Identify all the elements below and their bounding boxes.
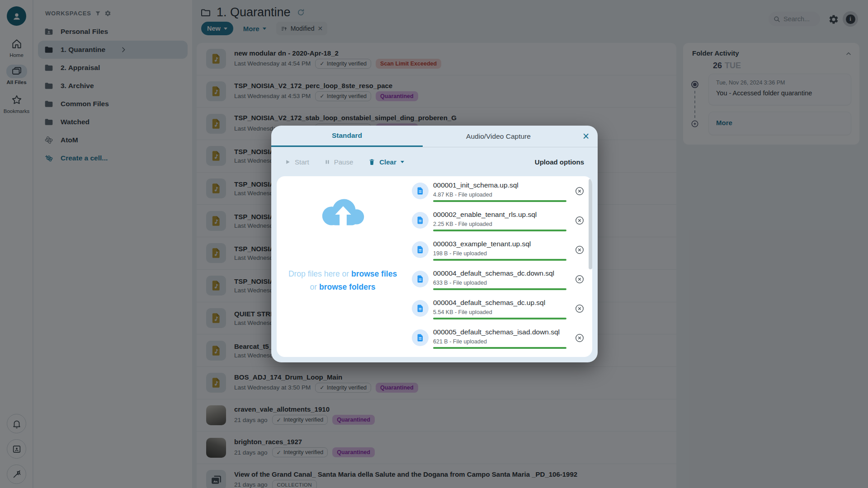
- pause-label: Pause: [334, 158, 354, 166]
- document-glyph: [416, 216, 425, 225]
- upload-toolbar: Start Pause Clear Upload options: [271, 147, 598, 176]
- start-upload-button[interactable]: Start: [285, 158, 309, 166]
- upload-row: 000001_init_schema.up.sql4.87 KB - File …: [409, 178, 589, 208]
- remove-upload-button[interactable]: [575, 245, 585, 255]
- upload-file-name: 000005_default_schemas_isad.down.sql: [433, 328, 560, 336]
- document-icon: [412, 183, 429, 199]
- upload-row: 000002_enable_tenant_rls.up.sql2.25 KB -…: [409, 208, 589, 237]
- upload-row: 000004_default_schemas_dc.up.sql5.54 KB …: [409, 296, 589, 325]
- clear-label: Clear: [379, 158, 396, 166]
- cloud-upload-icon: [316, 195, 370, 231]
- upload-dialog: Standard Audio/Video Capture × Start Pau…: [271, 126, 598, 362]
- start-label: Start: [295, 158, 309, 166]
- upload-options-button[interactable]: Upload options: [535, 158, 584, 166]
- upload-file-name: 000002_enable_tenant_rls.up.sql: [433, 211, 537, 219]
- play-icon: [285, 159, 291, 165]
- upload-status-text: 633 B - File uploaded: [433, 280, 487, 286]
- upload-file-name: 000003_example_tenant.up.sql: [433, 240, 531, 248]
- upload-file-list: 000001_init_schema.up.sql4.87 KB - File …: [409, 178, 589, 355]
- remove-upload-button[interactable]: [575, 216, 585, 225]
- upload-status-text: 5.54 KB - File uploaded: [433, 309, 492, 315]
- drop-zone-text: Drop files here or browse files or brows…: [287, 267, 399, 294]
- upload-progress-bar: [433, 259, 566, 261]
- document-glyph: [416, 333, 425, 342]
- remove-upload-button[interactable]: [575, 274, 585, 284]
- upload-row: 000005_default_schemas_isad.down.sql621 …: [409, 325, 589, 355]
- remove-upload-button[interactable]: [575, 333, 585, 343]
- document-glyph: [416, 245, 425, 254]
- app-root: Home All Files Bookmarks: [0, 0, 868, 488]
- document-glyph: [416, 275, 425, 283]
- upload-status-text: 2.25 KB - File uploaded: [433, 221, 492, 227]
- clear-uploads-button[interactable]: Clear: [368, 158, 404, 166]
- document-icon: [412, 271, 429, 287]
- upload-file-name: 000004_default_schemas_dc.down.sql: [433, 269, 554, 277]
- tab-standard[interactable]: Standard: [271, 126, 423, 147]
- pause-upload-button[interactable]: Pause: [325, 158, 354, 166]
- drop-text: Drop files here or: [288, 269, 351, 278]
- upload-progress-bar: [433, 200, 566, 202]
- or-text: or: [310, 282, 319, 291]
- tab-capture-label: Audio/Video Capture: [466, 132, 531, 141]
- upload-progress-bar: [433, 347, 566, 349]
- document-icon: [412, 241, 429, 258]
- browse-folders-link[interactable]: browse folders: [319, 282, 375, 291]
- tab-standard-label: Standard: [332, 131, 362, 140]
- trash-icon: [368, 158, 375, 165]
- upload-status-text: 621 B - File uploaded: [433, 338, 487, 345]
- upload-status-text: 4.87 KB - File uploaded: [433, 192, 492, 198]
- close-dialog-button[interactable]: ×: [574, 126, 598, 147]
- upload-file-name: 000004_default_schemas_dc.up.sql: [433, 299, 545, 307]
- upload-progress-bar: [433, 230, 566, 231]
- upload-panel: Drop files here or browse files or brows…: [277, 176, 592, 357]
- scrollbar-thumb[interactable]: [589, 179, 592, 269]
- upload-progress-bar: [433, 288, 566, 290]
- document-glyph: [416, 304, 425, 313]
- document-icon: [412, 212, 429, 229]
- chevron-down-icon: [401, 161, 404, 163]
- upload-progress-bar: [433, 318, 566, 319]
- close-icon: ×: [583, 130, 590, 143]
- browse-files-link[interactable]: browse files: [351, 269, 397, 278]
- pause-icon: [325, 159, 330, 165]
- document-glyph: [416, 187, 425, 195]
- upload-row: 000004_default_schemas_dc.down.sql633 B …: [409, 267, 589, 296]
- upload-row: 000003_example_tenant.up.sql198 B - File…: [409, 237, 589, 267]
- upload-dialog-tabs: Standard Audio/Video Capture ×: [271, 126, 598, 147]
- tab-audio-video-capture[interactable]: Audio/Video Capture: [423, 126, 574, 147]
- document-icon: [412, 329, 429, 346]
- drop-zone[interactable]: Drop files here or browse files or brows…: [277, 176, 409, 357]
- remove-upload-button[interactable]: [575, 304, 585, 314]
- document-icon: [412, 300, 429, 317]
- upload-status-text: 198 B - File uploaded: [433, 250, 487, 257]
- remove-upload-button[interactable]: [575, 186, 585, 196]
- upload-file-name: 000001_init_schema.up.sql: [433, 181, 519, 189]
